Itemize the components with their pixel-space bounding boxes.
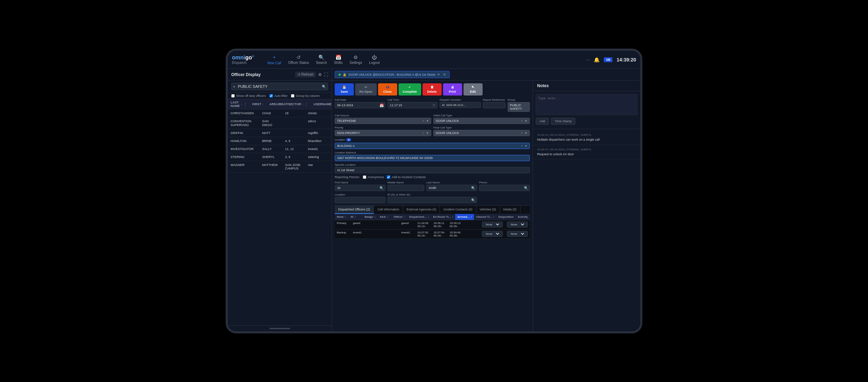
delete-button[interactable]: 🗑 Delete: [423, 83, 442, 96]
timestamp-button[interactable]: Time Stamp: [551, 118, 575, 125]
note-entry-1: 14:36:13 | 09-24-2024 | STERING, SHERYL …: [533, 131, 640, 145]
priority-select[interactable]: NON-PRIORITY ✕ ▼: [335, 130, 431, 136]
initial-call-type-select[interactable]: DOOR UNLOCK ✕ ▼: [433, 118, 530, 124]
table-row[interactable]: CHRISTIANSEN CHAD 18 christc: [228, 109, 332, 117]
call-source-group: Call Source TELEPHONE ✕ ▼: [335, 114, 431, 124]
search-icon: 🔍: [318, 55, 324, 60]
logout-icon: ⏻: [372, 55, 377, 60]
tab-media[interactable]: Media (0): [500, 206, 520, 214]
disposition-select-2[interactable]: None: [482, 231, 503, 237]
fct-clear[interactable]: ✕: [521, 132, 523, 135]
priority-arrow: ▼: [426, 132, 429, 135]
notes-textarea[interactable]: [536, 94, 637, 115]
anonymous-checkbox[interactable]: Anonymous: [363, 175, 384, 179]
dth-rank: Rank ↕: [335, 214, 349, 220]
settings-button[interactable]: ⚙ Settings: [346, 53, 366, 66]
dth-cleared: Cleared Tl... ↕: [474, 214, 496, 220]
edit-button[interactable]: ✎ Edit: [464, 83, 483, 96]
close-tab-icon[interactable]: ✕: [443, 73, 446, 76]
table-row[interactable]: GRIFFIN MATT mgriffin: [228, 129, 332, 137]
tab-call-info[interactable]: Call Information: [374, 206, 403, 214]
table-row[interactable]: HAMILTON BRINE 4, 9 bhamilton: [228, 137, 332, 145]
dth-arrived: Arrived... ↕: [455, 214, 474, 220]
notes-divider: [533, 129, 640, 129]
activity-select-1[interactable]: None: [507, 222, 528, 227]
location2-input[interactable]: [335, 197, 385, 203]
first-name-input[interactable]: 🔍: [335, 185, 385, 191]
logout-button[interactable]: ⏻ Logout: [366, 53, 383, 66]
middle-name-input[interactable]: [387, 185, 424, 191]
specific-location-input[interactable]: [335, 167, 530, 173]
call-source-clear[interactable]: ✕: [422, 119, 425, 123]
more-icon[interactable]: ···: [586, 57, 590, 62]
group-select[interactable]: PUBLIC SAFETY: [508, 102, 530, 112]
location-address-input[interactable]: [335, 155, 530, 161]
phone-input[interactable]: 🔍: [479, 185, 530, 191]
expand-icon[interactable]: ⛶: [324, 72, 328, 77]
col-area: Area/Beat/Sector ↕ ⋮: [267, 101, 311, 108]
new-call-button[interactable]: ＋ New Call: [264, 53, 285, 66]
officer-status-button[interactable]: ↺ Officer Status: [285, 53, 312, 66]
call-tab[interactable]: 🔒 DOOR UNLOCK @EDUCATION : BUILDING A @A…: [335, 71, 450, 78]
add-note-button[interactable]: Add: [536, 118, 549, 125]
search-bar: ● 🔍: [228, 81, 332, 93]
call-date-input[interactable]: 📅: [335, 102, 385, 108]
app-subtitle: Dispatch: [232, 61, 254, 65]
table-row[interactable]: WAGNER MATTHEW SAN JOSE CAMPUS mw: [228, 161, 332, 173]
ict-clear[interactable]: ✕: [521, 119, 523, 123]
dth-aka: AKA ↕: [378, 214, 392, 220]
location2-group: Location: [335, 193, 385, 203]
table-row[interactable]: CONVENTIONSUPERVISO SANDIEGO sdccs: [228, 117, 332, 129]
last-name-search-icon: 🔍: [470, 186, 477, 190]
search-button[interactable]: 🔍 Search: [312, 53, 331, 66]
activity-select-2[interactable]: None: [507, 231, 528, 237]
disposition-select-1[interactable]: None: [482, 222, 503, 227]
tab-incident[interactable]: Incident Contacts (0): [440, 206, 476, 214]
close-button[interactable]: 📵 Close: [378, 83, 397, 96]
save-button[interactable]: 💾 Save: [335, 83, 354, 96]
refresh-button[interactable]: ↺ Refresh: [295, 72, 316, 77]
report-reference-input[interactable]: [483, 102, 506, 108]
last-name-input[interactable]: 🔍: [426, 185, 477, 191]
specific-location-group: Specific Location: [335, 163, 530, 173]
location-badge: B: [347, 138, 351, 141]
shifts-icon: 📅: [335, 55, 341, 60]
delete-icon: 🗑: [431, 85, 434, 89]
col-options-icon[interactable]: ⋮: [243, 102, 247, 106]
final-call-type-select[interactable]: DOOR UNLOCK ✕ ▼: [433, 130, 530, 136]
col-area-options-icon[interactable]: ⋮: [304, 102, 308, 106]
show-off-duty-checkbox[interactable]: Show off duty officers: [231, 94, 266, 98]
print-button[interactable]: 🖨 Print: [443, 83, 462, 96]
group-by-column-checkbox[interactable]: Group by column: [291, 94, 320, 98]
complete-button[interactable]: ✓ Complete: [399, 83, 421, 96]
public-safety-input[interactable]: [231, 83, 328, 90]
reporting-grid: First Name 🔍 Middle Name: [335, 181, 530, 203]
dispatch-row-primary[interactable]: Primary gwoof gwoof 11:18:09 06-13-. 15:…: [335, 220, 530, 230]
tab-external[interactable]: External Agencies (0): [403, 206, 440, 214]
settings-icon[interactable]: ⚙: [318, 72, 322, 77]
auto-filter-checkbox[interactable]: Auto-filter: [269, 94, 288, 98]
priority-clear[interactable]: ✕: [422, 132, 425, 135]
panel-actions: ↺ Refresh ⚙ ⛶: [295, 72, 328, 77]
sort-icon: ↕: [374, 215, 376, 218]
shifts-button[interactable]: 📅 Shifts: [331, 53, 346, 66]
call-time-input[interactable]: ⏱: [387, 102, 437, 108]
call-source-select[interactable]: TELEPHONE ✕ ▼: [335, 118, 431, 124]
location-select[interactable]: BUILDING A ✕ ▼: [335, 143, 530, 149]
reopen-button[interactable]: ↩ Re-Open: [355, 83, 377, 96]
col-first: First ↕: [250, 101, 267, 108]
table-row[interactable]: INVESTIGATOR SALLY 11, 12 invest1: [228, 145, 332, 153]
dispatch-row-backup[interactable]: Backup invest1 invest1 10:27:52 06-19-. …: [335, 230, 530, 239]
search-input-icon: 🔍: [322, 85, 326, 89]
dispatch-number-input[interactable]: [440, 102, 481, 108]
tab-dispatched[interactable]: Dispatched Officers (2): [335, 206, 374, 214]
add-to-incident-checkbox[interactable]: Add to Incident Contacts: [387, 175, 426, 179]
location-clear[interactable]: ✕: [521, 144, 523, 148]
id-input[interactable]: 🔍: [387, 197, 477, 203]
app-logo: omnigo® Dispatch: [232, 55, 254, 65]
id-search-icon: 🔍: [470, 198, 477, 202]
final-call-type-group: Final Call Type DOOR UNLOCK ✕ ▼: [433, 126, 530, 136]
tab-vehicles[interactable]: Vehicles (0): [476, 206, 500, 214]
table-row[interactable]: STERING SHERYL 3, 9 sstering: [228, 153, 332, 161]
bell-icon[interactable]: 🔔: [594, 57, 600, 63]
